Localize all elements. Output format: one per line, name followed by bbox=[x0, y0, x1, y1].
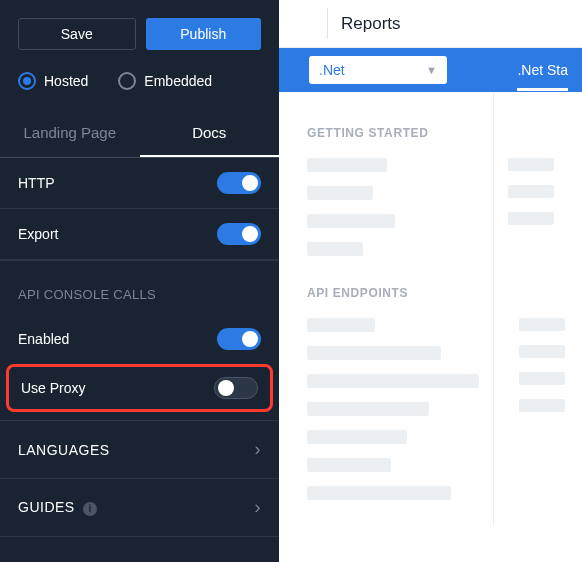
hosted-radio-label: Hosted bbox=[44, 73, 88, 89]
use-proxy-label: Use Proxy bbox=[21, 380, 86, 396]
skeleton-line bbox=[307, 186, 373, 200]
http-label: HTTP bbox=[18, 175, 55, 191]
guides-row[interactable]: GUIDES i › bbox=[0, 478, 279, 537]
sidebar-tabs: Landing Page Docs bbox=[0, 110, 279, 158]
enabled-toggle[interactable] bbox=[217, 328, 261, 350]
api-endpoints-heading: API ENDPOINTS bbox=[307, 286, 554, 300]
radio-icon bbox=[18, 72, 36, 90]
sidebar: Save Publish Hosted Embedded Landing Pag… bbox=[0, 0, 279, 562]
publish-button[interactable]: Publish bbox=[146, 18, 262, 50]
embedded-radio-label: Embedded bbox=[144, 73, 212, 89]
skeleton-line bbox=[307, 158, 387, 172]
skeleton-line bbox=[307, 486, 451, 500]
skeleton-line bbox=[307, 374, 479, 388]
use-proxy-highlight: Use Proxy bbox=[6, 364, 273, 412]
skeleton-line bbox=[519, 399, 565, 412]
toolbar-tab-net-standard[interactable]: .Net Sta bbox=[517, 62, 568, 91]
skeleton-line bbox=[307, 402, 429, 416]
info-icon: i bbox=[83, 502, 97, 516]
getting-started-heading: GETTING STARTED bbox=[307, 126, 554, 140]
content-area: GETTING STARTED API ENDPOINTS bbox=[279, 92, 582, 526]
main-header: Reports bbox=[279, 0, 582, 48]
sidebar-button-row: Save Publish bbox=[0, 0, 279, 66]
languages-label: LANGUAGES bbox=[18, 442, 110, 458]
skeleton-line bbox=[508, 212, 554, 225]
languages-row[interactable]: LANGUAGES › bbox=[0, 420, 279, 478]
skeleton-line bbox=[519, 318, 565, 331]
enabled-toggle-row: Enabled bbox=[0, 314, 279, 360]
skeleton-line bbox=[307, 458, 391, 472]
http-toggle[interactable] bbox=[217, 172, 261, 194]
tab-docs[interactable]: Docs bbox=[140, 110, 280, 157]
http-toggle-row: HTTP bbox=[0, 158, 279, 209]
save-button[interactable]: Save bbox=[18, 18, 136, 50]
main-panel: Reports .Net ▼ .Net Sta GETTING STARTED bbox=[279, 0, 582, 562]
tab-landing-page[interactable]: Landing Page bbox=[0, 110, 140, 157]
language-select[interactable]: .Net ▼ bbox=[309, 56, 447, 84]
skeleton-line bbox=[307, 242, 363, 256]
skeleton-group bbox=[307, 158, 554, 256]
skeleton-line bbox=[519, 372, 565, 385]
embedded-radio[interactable]: Embedded bbox=[118, 72, 212, 90]
api-console-section-title: API CONSOLE CALLS bbox=[0, 260, 279, 314]
toolbar: .Net ▼ .Net Sta bbox=[279, 48, 582, 92]
page-title: Reports bbox=[341, 14, 401, 34]
skeleton-line bbox=[508, 185, 554, 198]
skeleton-line bbox=[307, 214, 395, 228]
export-toggle[interactable] bbox=[217, 223, 261, 245]
language-select-label: .Net bbox=[319, 62, 345, 78]
export-toggle-row: Export bbox=[0, 209, 279, 260]
skeleton-line bbox=[307, 346, 441, 360]
skeleton-line bbox=[519, 345, 565, 358]
radio-icon bbox=[118, 72, 136, 90]
skeleton-line bbox=[307, 430, 407, 444]
chevron-right-icon: › bbox=[255, 439, 262, 460]
skeleton-group bbox=[307, 318, 554, 500]
chevron-right-icon: › bbox=[255, 497, 262, 518]
skeleton-line bbox=[508, 158, 554, 171]
use-proxy-toggle[interactable] bbox=[214, 377, 258, 399]
export-label: Export bbox=[18, 226, 58, 242]
skeleton-line bbox=[307, 318, 375, 332]
caret-down-icon: ▼ bbox=[426, 64, 437, 76]
hosted-radio[interactable]: Hosted bbox=[18, 72, 88, 90]
hosting-radio-group: Hosted Embedded bbox=[0, 66, 279, 110]
enabled-label: Enabled bbox=[18, 331, 69, 347]
guides-label: GUIDES i bbox=[18, 499, 97, 516]
